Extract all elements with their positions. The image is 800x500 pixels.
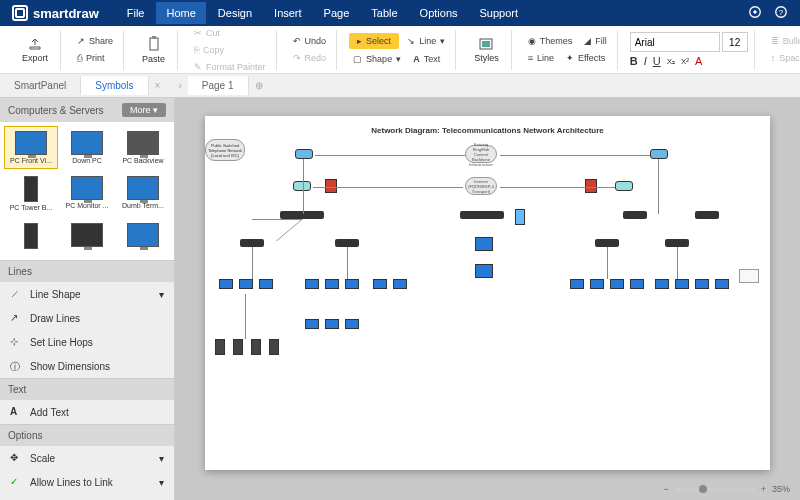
node-pc-r3[interactable] [610,279,624,290]
node-pc-8[interactable] [393,279,407,290]
share-button[interactable]: ↗ Share [73,34,117,48]
node-hub-4[interactable] [695,211,719,219]
print-button[interactable]: ⎙ Print [73,51,117,65]
linestyle-button[interactable]: ≡ Line [524,51,558,65]
symbol-pc-front[interactable]: PC Front Vi... [4,126,58,169]
menu-file[interactable]: File [117,2,155,24]
node-pc-r7[interactable] [695,279,709,290]
font-size-input[interactable] [722,32,748,52]
node-pc-r8[interactable] [715,279,729,290]
subscript-button[interactable]: X₂ [667,57,675,66]
node-srv-b1[interactable] [215,339,225,355]
add-text-item[interactable]: AAdd Text [0,400,174,424]
superscript-button[interactable]: X² [681,57,689,66]
node-pc-center2[interactable] [475,264,493,279]
canvas-area[interactable]: Network Diagram: Telecommunications Netw… [175,98,800,500]
font-color-button[interactable]: A [695,55,702,67]
format-painter-button[interactable]: ✎ Format Painter [190,60,270,74]
node-pc-r4[interactable] [630,279,644,290]
effects-button[interactable]: ✦ Effects [562,51,609,65]
cut-button[interactable]: ✂ Cut [190,26,270,40]
underline-button[interactable]: U [653,55,661,67]
node-pc-r6[interactable] [675,279,689,290]
zoom-in-button[interactable]: + [761,484,766,494]
scale-item[interactable]: ✥Scale▾ [0,446,174,470]
node-pc-bm2[interactable] [325,319,339,330]
node-sw-b[interactable] [335,239,359,247]
node-pc-r2[interactable] [590,279,604,290]
node-pc-2[interactable] [239,279,253,290]
select-tool[interactable]: ▸ Select [349,33,399,49]
diagram-page[interactable]: Network Diagram: Telecommunications Netw… [205,116,770,470]
symbol-pc-monitor[interactable]: PC Monitor ... [60,171,114,216]
node-hub-2[interactable] [460,211,504,219]
more-button[interactable]: More ▾ [122,103,166,117]
node-pc-7[interactable] [373,279,387,290]
symbol-pc-backview[interactable]: PC Backview [116,126,170,169]
menu-home[interactable]: Home [156,2,205,24]
menu-options[interactable]: Options [410,2,468,24]
node-pc-1[interactable] [219,279,233,290]
italic-button[interactable]: I [644,55,647,67]
zoom-out-button[interactable]: − [663,484,668,494]
copy-button[interactable]: ⎘ Copy [190,43,270,57]
node-pc-5[interactable] [325,279,339,290]
node-hub-3[interactable] [623,211,647,219]
add-page-button[interactable]: ⊕ [249,80,269,91]
undo-button[interactable]: ↶ Undo [289,34,331,48]
symbol-pc-tower[interactable]: PC Tower B... [4,171,58,216]
paste-button[interactable]: Paste [136,36,171,64]
text-tool[interactable]: A Text [409,52,444,66]
node-sw-a[interactable] [240,239,264,247]
node-cloud-internet[interactable]: Internet (FQDN/BGP-4 Transport) [465,177,497,195]
node-firewall-1[interactable] [325,179,337,193]
line-hops-item[interactable]: ⊹Set Line Hops [0,330,174,354]
menu-insert[interactable]: Insert [264,2,312,24]
redo-button[interactable]: ↷ Redo [289,51,331,65]
node-sw-c[interactable] [595,239,619,247]
spacing-button[interactable]: ↕ Spacing [767,51,800,65]
menu-design[interactable]: Design [208,2,262,24]
node-pc-r1[interactable] [570,279,584,290]
node-pc-4[interactable] [305,279,319,290]
node-pc-bm1[interactable] [305,319,319,330]
show-dimensions-item[interactable]: ⓘShow Dimensions [0,354,174,378]
node-switch-2[interactable] [615,181,633,191]
node-srv-mid[interactable] [515,209,525,225]
font-family-select[interactable] [630,32,720,52]
tabs-back[interactable]: › [172,80,187,91]
themes-button[interactable]: ◉ Themes [524,34,577,48]
draw-lines-item[interactable]: ↗Draw Lines [0,306,174,330]
node-pc-6[interactable] [345,279,359,290]
node-device-box[interactable] [739,269,759,283]
node-pc-r5[interactable] [655,279,669,290]
tab-symbols[interactable]: Symbols [81,76,148,95]
symbol-down-pc[interactable]: Down PC [60,126,114,169]
symbol-dumb-term[interactable]: Dumb Term... [116,171,170,216]
node-switch-1[interactable] [293,181,311,191]
shape-tool[interactable]: ▢ Shape ▾ [349,52,405,66]
line-tool[interactable]: ↘ Line ▾ [403,33,449,49]
allow-link-item[interactable]: ✓Allow Lines to Link▾ [0,470,174,494]
node-srv-b3[interactable] [251,339,261,355]
node-router-left[interactable] [295,149,313,159]
symbol-9[interactable] [116,218,170,256]
symbol-7[interactable] [4,218,58,256]
node-pc-bm3[interactable] [345,319,359,330]
bold-button[interactable]: B [630,55,638,67]
tab-symbols-close[interactable]: × [149,80,167,91]
zoom-slider[interactable] [675,488,755,491]
menu-page[interactable]: Page [314,2,360,24]
node-router-right[interactable] [650,149,668,159]
node-sw-d[interactable] [665,239,689,247]
bullet-button[interactable]: ≣ Bullet [767,34,800,48]
node-cloud-backbone[interactable]: Existing Ring/Hub Content Backbone Infra… [465,145,497,163]
symbol-8[interactable] [60,218,114,256]
tab-page1[interactable]: Page 1 [188,76,249,95]
notification-icon[interactable] [748,5,762,21]
styles-button[interactable]: Styles [468,37,505,63]
node-pc-3[interactable] [259,279,273,290]
menu-support[interactable]: Support [470,2,529,24]
fill-button[interactable]: ◢ Fill [580,34,611,48]
node-srv-b2[interactable] [233,339,243,355]
